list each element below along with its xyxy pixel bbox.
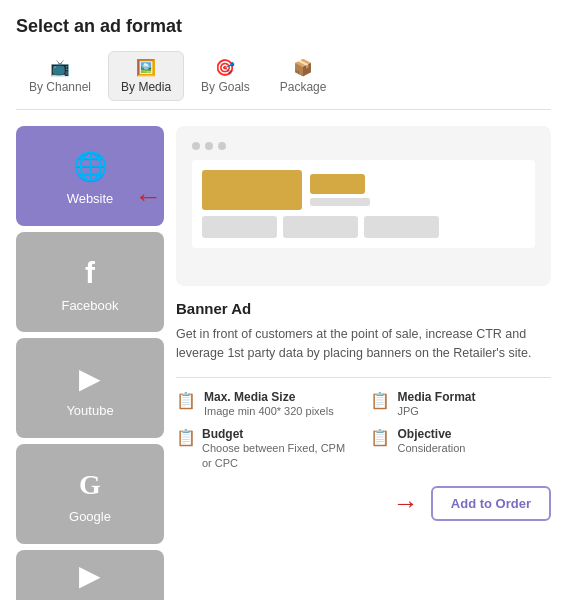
spec-media-format-content: Media Format JPG — [398, 390, 476, 419]
spec-max-media-icon: 📋 — [176, 391, 196, 410]
banner-bottom-box-3 — [364, 216, 439, 238]
banner-bottom-row — [202, 216, 525, 238]
tab-by-channel[interactable]: 📺 By Channel — [16, 51, 104, 101]
ad-name: Banner Ad — [176, 300, 551, 317]
banner-yellow-small — [310, 174, 365, 194]
tab-package[interactable]: 📦 Package — [267, 51, 340, 101]
dot-3 — [218, 142, 226, 150]
spec-max-media-content: Max. Media Size Image min 400* 320 pixel… — [204, 390, 334, 419]
spec-budget: 📋 Budget Choose between Fixed, CPM or CP… — [176, 427, 358, 472]
ad-preview — [176, 126, 551, 286]
dot-2 — [205, 142, 213, 150]
tab-by-media-label: By Media — [121, 80, 171, 94]
banner-bottom-box-2 — [283, 216, 358, 238]
spec-media-format-label: Media Format — [398, 390, 476, 404]
google-icon: G — [79, 469, 101, 501]
add-to-order-button[interactable]: Add to Order — [431, 486, 551, 521]
banner-top-row — [202, 170, 525, 210]
spec-max-media-size: 📋 Max. Media Size Image min 400* 320 pix… — [176, 390, 358, 419]
spec-budget-icon: 📋 — [176, 428, 194, 447]
spec-objective-content: Objective Consideration — [398, 427, 466, 456]
banner-bottom-box-1 — [202, 216, 277, 238]
banner-gray-lines — [310, 174, 370, 206]
facebook-icon: f — [85, 256, 95, 290]
bottom-row: → Add to Order — [176, 486, 551, 521]
channel-item-partial[interactable]: ▶ — [16, 550, 164, 600]
tab-package-label: Package — [280, 80, 327, 94]
tab-by-media[interactable]: 🖼️ By Media — [108, 51, 184, 101]
ad-description: Get in front of customers at the point o… — [176, 325, 551, 363]
by-channel-icon: 📺 — [50, 58, 70, 77]
package-icon: 📦 — [293, 58, 313, 77]
website-icon: 🌐 — [73, 150, 108, 183]
spec-budget-value: Choose between Fixed, CPM or CPC — [202, 441, 358, 472]
spec-media-format-value: JPG — [398, 404, 476, 419]
channel-website-label: Website — [67, 191, 114, 206]
preview-dots — [192, 142, 226, 150]
tab-bar: 📺 By Channel 🖼️ By Media 🎯 By Goals 📦 Pa… — [16, 51, 551, 110]
spec-max-media-value: Image min 400* 320 pixels — [204, 404, 334, 419]
channel-item-google[interactable]: G Google — [16, 444, 164, 544]
spec-objective-icon: 📋 — [370, 428, 390, 447]
channel-item-youtube[interactable]: ▶ Youtube — [16, 338, 164, 438]
arrow-left-indicator: ← — [134, 181, 162, 213]
by-media-icon: 🖼️ — [136, 58, 156, 77]
channel-youtube-label: Youtube — [66, 403, 113, 418]
channel-google-label: Google — [69, 509, 111, 524]
tab-by-channel-label: By Channel — [29, 80, 91, 94]
spec-budget-content: Budget Choose between Fixed, CPM or CPC — [202, 427, 358, 472]
spec-objective-value: Consideration — [398, 441, 466, 456]
spec-media-format: 📋 Media Format JPG — [370, 390, 552, 419]
spec-media-format-icon: 📋 — [370, 391, 390, 410]
arrow-right-indicator: → — [393, 488, 419, 519]
page-title: Select an ad format — [16, 16, 551, 37]
dot-1 — [192, 142, 200, 150]
banner-yellow-block — [202, 170, 302, 210]
tab-by-goals[interactable]: 🎯 By Goals — [188, 51, 263, 101]
youtube-icon: ▶ — [79, 362, 101, 395]
partial-channel-icon: ▶ — [79, 559, 101, 592]
spec-budget-label: Budget — [202, 427, 358, 441]
specs-divider — [176, 377, 551, 378]
channel-item-facebook[interactable]: f Facebook — [16, 232, 164, 332]
spec-objective-label: Objective — [398, 427, 466, 441]
spec-objective: 📋 Objective Consideration — [370, 427, 552, 472]
banner-gray-line-short — [310, 198, 370, 206]
detail-panel: ← — [176, 126, 551, 600]
specs-grid: 📋 Max. Media Size Image min 400* 320 pix… — [176, 390, 551, 472]
preview-banner — [192, 160, 535, 248]
main-area: 🌐 Website f Facebook ▶ Youtube G Google … — [16, 126, 551, 600]
channel-facebook-label: Facebook — [61, 298, 118, 313]
tab-by-goals-label: By Goals — [201, 80, 250, 94]
by-goals-icon: 🎯 — [215, 58, 235, 77]
spec-max-media-label: Max. Media Size — [204, 390, 334, 404]
